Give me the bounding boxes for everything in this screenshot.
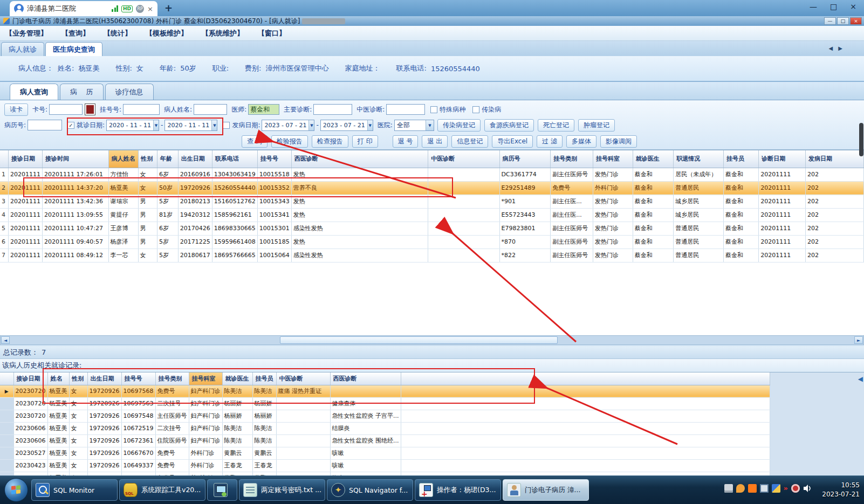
app-close-button[interactable]: × xyxy=(850,17,862,25)
tab-scroll-left-icon[interactable]: ◀ xyxy=(829,45,833,51)
action-button-8[interactable]: 过 滤 xyxy=(537,135,563,148)
start-button[interactable] xyxy=(4,478,28,502)
visit-date-from[interactable]: 2020 - 11 - 11 ▼ xyxy=(106,120,159,131)
tray-icon-red-orange[interactable] xyxy=(748,484,757,493)
sub-tab-1[interactable]: 病 历 xyxy=(60,84,104,100)
patient-name-input[interactable] xyxy=(194,104,227,115)
registry-button-3[interactable]: 肿瘤登记 xyxy=(578,119,615,132)
registry-button-1[interactable]: 食源疾病登记 xyxy=(484,119,534,132)
visit-date-checkbox[interactable]: ✓ xyxy=(67,122,74,129)
column-header[interactable]: 中医诊断 xyxy=(428,150,499,168)
column-header[interactable]: 接诊时间 xyxy=(43,150,108,168)
sub-tab-2[interactable]: 诊疗信息 xyxy=(105,84,154,100)
table-row[interactable]: 12020111120201111 17:26:01方佳怡女6岁20160916… xyxy=(0,168,864,181)
registry-button-0[interactable]: 传染病登记 xyxy=(437,119,481,132)
tray-icon-orange[interactable] xyxy=(736,484,745,493)
scroll-right-icon[interactable]: ► xyxy=(854,336,863,344)
special-disease-checkbox[interactable] xyxy=(430,106,437,113)
taskbar-item-sql-monitor[interactable]: SQL Monitor xyxy=(31,479,118,501)
main-tab-0[interactable]: 病人就诊 xyxy=(1,42,44,56)
column-header[interactable]: 病历号 xyxy=(499,150,551,168)
column-header[interactable]: 挂号员 xyxy=(724,150,759,168)
column-header[interactable]: 挂号号 xyxy=(121,372,155,385)
tcm-diagnosis-input[interactable] xyxy=(386,104,425,115)
menu-item-4[interactable]: 【系统维护】 xyxy=(202,29,244,38)
table-row[interactable]: 42020111120201111 13:09:55黄提仔男81岁1942031… xyxy=(0,208,864,222)
column-header[interactable]: 年龄 xyxy=(157,150,178,168)
window-minimize-icon[interactable]: — xyxy=(810,2,817,11)
table-row[interactable]: 32020111120201111 13:42:36谢瑞宗男5岁20180213… xyxy=(0,195,864,208)
column-header[interactable]: 挂号号 xyxy=(257,150,291,168)
visit-date-to[interactable]: 2020 - 11 - 11 ▼ xyxy=(164,120,217,131)
main-tab-1[interactable]: 医生病史查询 xyxy=(45,42,102,56)
column-header[interactable]: 出生日期 xyxy=(87,372,121,385)
dropdown-icon[interactable]: ▼ xyxy=(426,120,434,130)
action-button-2[interactable]: 检查报告 xyxy=(312,135,348,148)
taskbar-item-operator[interactable]: 操作者：杨珺(D3... xyxy=(415,479,501,501)
browser-tab[interactable]: 漳浦县第二医院 HD RP × xyxy=(10,1,157,16)
scroll-left-icon[interactable]: ◄ xyxy=(1,336,10,344)
menu-item-1[interactable]: 【查询】 xyxy=(61,29,90,38)
history-scroll-left-icon[interactable]: ◀ xyxy=(858,375,863,383)
column-header[interactable] xyxy=(0,372,13,385)
table-row[interactable]: 20230720杨亚美女1972092610697563二次挂号妇产科门诊杨丽娇… xyxy=(0,397,770,410)
column-header[interactable]: 姓名 xyxy=(47,372,69,385)
menu-item-2[interactable]: 【统计】 xyxy=(104,29,132,38)
app-minimize-button[interactable]: — xyxy=(824,17,836,25)
tray-icon-monitor[interactable] xyxy=(760,484,769,493)
column-header[interactable]: 西医诊断 xyxy=(330,372,401,385)
dropdown-icon[interactable]: ▼ xyxy=(367,120,373,130)
taskbar-item-trace-tool[interactable]: 系统跟踪工具v20... xyxy=(119,479,205,501)
keyboard-icon[interactable] xyxy=(724,484,733,493)
tray-icon-colored[interactable] xyxy=(772,484,780,493)
onset-date-to[interactable]: 2023 - 07 - 21 ▼ xyxy=(320,120,373,131)
table-row[interactable]: 20230720杨亚美女1972092610697548主任医师号妇产科门诊杨丽… xyxy=(0,410,770,422)
table-row[interactable]: 20230423杨亚美女1972092610649337免费号外科门诊王春龙王春… xyxy=(0,459,770,472)
column-header[interactable]: 挂号类别 xyxy=(155,372,189,385)
qr-code-icon[interactable] xyxy=(85,103,95,115)
column-header[interactable]: 出生日期 xyxy=(178,150,212,168)
column-header[interactable]: 接诊日期 xyxy=(13,372,47,385)
new-tab-button[interactable]: + xyxy=(164,2,173,13)
column-header[interactable]: 接诊日期 xyxy=(9,150,43,168)
action-button-9[interactable]: 多媒体 xyxy=(566,135,596,148)
column-header[interactable]: 诊断日期 xyxy=(759,150,806,168)
column-header[interactable]: 就诊医生 xyxy=(633,150,673,168)
column-header[interactable]: 职退情况 xyxy=(674,150,724,168)
menu-item-3[interactable]: 【模板维护】 xyxy=(146,29,188,38)
tray-icon-chevrons[interactable]: » xyxy=(784,484,788,493)
table-row[interactable]: 52020111120201111 10:47:27王彦博男6岁20170426… xyxy=(0,222,864,235)
column-header[interactable]: 挂号科室 xyxy=(189,372,222,385)
column-header[interactable]: 挂号科室 xyxy=(593,150,633,168)
column-header[interactable]: 挂号员 xyxy=(252,372,276,385)
action-button-10[interactable]: 影像调阅 xyxy=(600,135,637,148)
record-no-input[interactable] xyxy=(28,120,62,130)
registry-button-2[interactable]: 死亡登记 xyxy=(538,119,574,132)
window-maximize-icon[interactable]: □ xyxy=(830,2,837,11)
table-row[interactable]: 20230606杨亚美女1972092610672361住院医师号妇产科门诊陈美… xyxy=(0,434,770,447)
column-header[interactable]: 中医诊断 xyxy=(276,372,330,385)
infectious-checkbox[interactable] xyxy=(472,106,479,113)
scrollbar-thumb[interactable] xyxy=(280,336,558,344)
column-header[interactable]: 性别 xyxy=(138,150,157,168)
tray-icon-record[interactable] xyxy=(791,484,800,493)
action-button-6[interactable]: 信息登记 xyxy=(451,135,488,148)
column-header[interactable]: 西医诊断 xyxy=(291,150,428,168)
window-close-icon[interactable]: × xyxy=(850,2,856,11)
menu-item-0[interactable]: 【业务管理】 xyxy=(5,29,47,38)
taskbar-item-emr[interactable]: 门诊电子病历 漳... xyxy=(503,479,589,501)
action-button-7[interactable]: 导出Excel xyxy=(492,135,533,148)
vertical-scrollbar-thumb[interactable] xyxy=(859,123,863,156)
speaker-icon[interactable] xyxy=(803,484,812,493)
taskbar-clock[interactable]: 10:55 2023-07-21 xyxy=(822,481,860,499)
action-button-3[interactable]: 打 印 xyxy=(352,135,378,148)
taskbar-item-sql-navigator[interactable]: SQL Navigator f... xyxy=(327,479,413,501)
column-header[interactable]: 性别 xyxy=(69,372,87,385)
action-button-4[interactable]: 退 号 xyxy=(393,135,419,148)
card-no-input[interactable] xyxy=(49,104,83,115)
taskbar-item-password-txt[interactable]: 两定账号密码.txt ... xyxy=(239,479,325,501)
dropdown-icon[interactable]: ▼ xyxy=(308,120,314,130)
main-diagnosis-input[interactable] xyxy=(313,104,352,115)
app-restore-button[interactable]: □ xyxy=(837,17,849,25)
column-header[interactable] xyxy=(401,372,770,385)
